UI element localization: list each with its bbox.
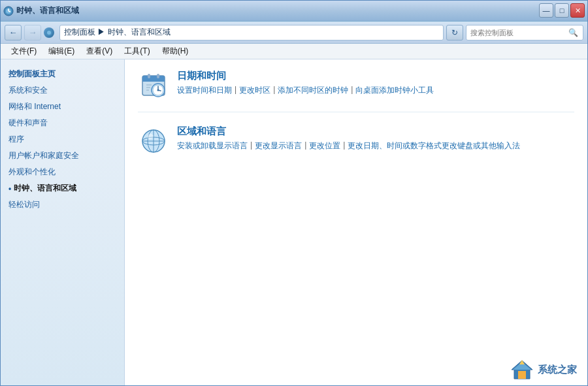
region-details: 区域和语言 安装或卸载显示语言 | 更改显示语言 | 更改位置 | 更改日期、时… — [177, 125, 574, 152]
sidebar-item-network[interactable]: 网络和 Internet — [1, 99, 124, 115]
breadcrumb-text: 控制面板 ▶ 时钟、语言和区域 — [64, 27, 171, 38]
menu-bar: 文件(F) 编辑(E) 查看(V) 工具(T) 帮助(H) — [1, 44, 587, 59]
datetime-link-3[interactable]: 向桌面添加时钟小工具 — [355, 85, 434, 96]
search-button[interactable]: 🔍 — [567, 25, 579, 40]
svg-line-3 — [8, 11, 10, 12]
datetime-links: 设置时间和日期 | 更改时区 | 添加不同时区的时钟 | 向桌面添加时钟小工具 — [177, 85, 574, 96]
title-bar: 时钟、语言和区域 — □ ✕ — [1, 1, 587, 22]
address-bar: ← → 控制面板 ▶ 时钟、语言和区域 ↻ 🔍 — [1, 22, 587, 44]
menu-edit[interactable]: 编辑(E) — [43, 44, 80, 58]
datetime-details: 日期和时间 设置时间和日期 | 更改时区 | 添加不同时区的时钟 | 向桌面添加… — [177, 70, 574, 96]
svg-point-5 — [47, 31, 51, 35]
svg-rect-18 — [157, 74, 159, 78]
region-link-3[interactable]: 更改日期、时间或数字格式 — [348, 140, 442, 152]
sidebar-item-clock[interactable]: 时钟、语言和区域 — [1, 180, 124, 197]
watermark: 系统之家 — [510, 359, 577, 380]
sidebar-item-hardware[interactable]: 硬件和声音 — [1, 115, 124, 131]
menu-file[interactable]: 文件(F) — [6, 44, 42, 58]
menu-help[interactable]: 帮助(H) — [157, 44, 194, 58]
menu-tools[interactable]: 工具(T) — [119, 44, 155, 58]
watermark-text: 系统之家 — [538, 364, 577, 376]
minimize-button[interactable]: — — [539, 3, 553, 18]
region-link-4[interactable]: 更改键盘或其他输入法 — [442, 140, 520, 152]
refresh-button[interactable]: ↻ — [446, 25, 463, 40]
region-link-0[interactable]: 安装或卸载显示语言 — [177, 140, 248, 152]
datetime-link-0[interactable]: 设置时间和日期 — [177, 85, 232, 96]
region-link-1[interactable]: 更改显示语言 — [255, 140, 302, 152]
title-bar-text: 时钟、语言和区域 — [16, 5, 585, 16]
sidebar-item-accessibility[interactable]: 轻松访问 — [1, 197, 124, 213]
svg-rect-8 — [142, 78, 165, 82]
main-content: 日期和时间 设置时间和日期 | 更改时区 | 添加不同时区的时钟 | 向桌面添加… — [125, 59, 587, 385]
svg-rect-17 — [148, 74, 150, 78]
search-bar: 🔍 — [466, 25, 583, 40]
region-links: 安装或卸载显示语言 | 更改显示语言 | 更改位置 | 更改日期、时间或数字格式… — [177, 140, 574, 152]
svg-point-13 — [157, 89, 159, 91]
sidebar-item-appearance[interactable]: 外观和个性化 — [1, 164, 124, 180]
title-bar-icon — [3, 6, 14, 16]
datetime-icon — [138, 70, 169, 101]
forward-button[interactable]: → — [24, 25, 41, 40]
back-button[interactable]: ← — [5, 25, 22, 40]
datetime-title[interactable]: 日期和时间 — [177, 70, 574, 82]
category-datetime: 日期和时间 设置时间和日期 | 更改时区 | 添加不同时区的时钟 | 向桌面添加… — [138, 70, 574, 112]
svg-rect-26 — [518, 371, 526, 379]
breadcrumb-icon — [44, 27, 54, 38]
window-controls: — □ ✕ — [539, 3, 585, 18]
sidebar-item-security[interactable]: 系统和安全 — [1, 82, 124, 99]
search-input[interactable] — [470, 29, 567, 37]
content-area: 控制面板主页 系统和安全 网络和 Internet 硬件和声音 程序 用户帐户和… — [1, 59, 587, 385]
region-title[interactable]: 区域和语言 — [177, 125, 574, 138]
watermark-icon — [510, 359, 534, 380]
breadcrumb-bar[interactable]: 控制面板 ▶ 时钟、语言和区域 — [59, 25, 444, 40]
content-wrapper: 日期和时间 设置时间和日期 | 更改时区 | 添加不同时区的时钟 | 向桌面添加… — [125, 59, 587, 385]
close-button[interactable]: ✕ — [570, 3, 585, 18]
sidebar: 控制面板主页 系统和安全 网络和 Internet 硬件和声音 程序 用户帐户和… — [1, 59, 125, 385]
sidebar-item-programs[interactable]: 程序 — [1, 131, 124, 148]
datetime-link-2[interactable]: 添加不同时区的时钟 — [278, 85, 348, 96]
main-window: 时钟、语言和区域 — □ ✕ ← → 控制面板 ▶ 时钟、语言和区域 ↻ 🔍 文… — [0, 0, 588, 386]
sidebar-item-users[interactable]: 用户帐户和家庭安全 — [1, 148, 124, 164]
datetime-link-1[interactable]: 更改时区 — [239, 85, 270, 96]
region-icon — [138, 125, 169, 157]
menu-view[interactable]: 查看(V) — [81, 44, 118, 58]
region-link-2[interactable]: 更改位置 — [309, 140, 340, 152]
sidebar-item-home[interactable]: 控制面板主页 — [1, 65, 124, 82]
maximize-button[interactable]: □ — [555, 3, 569, 18]
category-region: 区域和语言 安装或卸载显示语言 | 更改显示语言 | 更改位置 | 更改日期、时… — [138, 125, 574, 167]
